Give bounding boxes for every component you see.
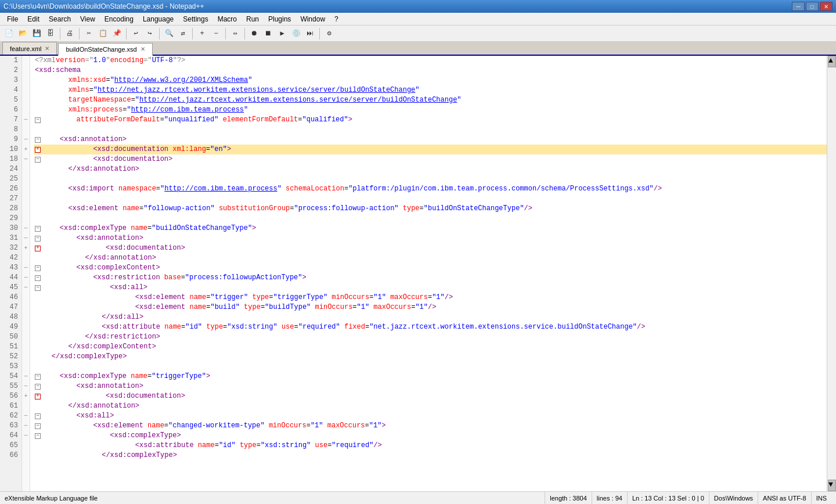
fold-box-31[interactable]: − — [35, 236, 41, 242]
fold-62[interactable]: ─ — [22, 411, 30, 421]
fold-31[interactable]: ─ — [22, 233, 30, 243]
tab-build-close[interactable]: ✕ — [140, 46, 145, 52]
fold-56[interactable]: + — [22, 391, 30, 401]
tb-cut[interactable]: ✂ — [82, 27, 95, 40]
fold-9[interactable]: ─ — [22, 135, 30, 145]
fold-box-45[interactable]: − — [35, 285, 41, 291]
tb-macro-stop[interactable]: ⏹ — [262, 27, 275, 40]
menu-view[interactable]: View — [75, 14, 100, 24]
ln-29: 29 — [0, 214, 21, 224]
ln-42: 42 — [0, 253, 21, 263]
fold-box-44[interactable]: − — [35, 275, 41, 281]
ln-46: 46 — [0, 293, 21, 303]
menu-language[interactable]: Language — [138, 14, 178, 24]
menu-file[interactable]: File — [2, 14, 23, 24]
fold-box-43[interactable]: − — [35, 265, 41, 271]
tb-macro-save[interactable]: 💿 — [290, 27, 302, 40]
menu-encoding[interactable]: Encoding — [100, 14, 138, 24]
menu-bar: File Edit Search View Encoding Language … — [0, 13, 836, 26]
line-numbers: 1 2 3 4 5 6 7 8 9 10 18 24 25 26 27 28 2… — [0, 56, 22, 491]
tb-new[interactable]: 📄 — [2, 27, 15, 40]
code-line-46: <xsd:element name="trigger" type="trigge… — [34, 293, 827, 303]
toolbar-sep-3 — [126, 28, 127, 39]
status-position: Ln : 13 Col : 13 Sel : 0 | 0 — [628, 492, 709, 504]
code-line-25 — [34, 174, 827, 184]
fold-box-56[interactable]: + — [35, 394, 41, 399]
tab-feature-close[interactable]: ✕ — [45, 45, 49, 52]
tb-settings[interactable]: ⚙ — [323, 27, 336, 40]
ln-48: 48 — [0, 312, 21, 322]
tb-print[interactable]: 🖨 — [63, 27, 76, 40]
code-line-47: <xsd:element name="build" type="buildTyp… — [34, 303, 827, 312]
fold-30[interactable]: ─ — [22, 224, 30, 233]
vertical-scrollbar[interactable]: ▲ ▼ — [827, 56, 836, 491]
fold-box-18[interactable]: − — [35, 157, 41, 163]
fold-1 — [22, 56, 30, 66]
fold-box-54[interactable]: − — [35, 374, 41, 380]
tab-build[interactable]: buildOnStateChange.xsd ✕ — [58, 43, 152, 56]
menu-run[interactable]: Run — [242, 14, 264, 24]
maximize-button[interactable]: □ — [806, 2, 819, 11]
menu-macro[interactable]: Macro — [213, 14, 242, 24]
fold-7[interactable]: ─ — [22, 115, 30, 125]
status-mode: INS — [812, 492, 831, 504]
tb-find[interactable]: 🔍 — [163, 27, 175, 40]
menu-plugins[interactable]: Plugins — [264, 14, 296, 24]
code-line-50: </xsd:restriction> — [34, 332, 827, 342]
fold-32[interactable]: + — [22, 243, 30, 253]
tb-copy[interactable]: 📋 — [96, 27, 109, 40]
fold-box-32[interactable]: + — [35, 246, 41, 251]
code-line-10: + <xsd:documentation xml:lang="en"> — [34, 145, 827, 154]
fold-box-64[interactable]: − — [35, 433, 41, 439]
code-area[interactable]: <?xml version="1.0" encoding="UTF-8"?> <… — [30, 56, 827, 491]
tb-replace[interactable]: ⇄ — [176, 27, 189, 40]
menu-settings[interactable]: Settings — [178, 14, 212, 24]
fold-box-7[interactable]: − — [35, 117, 41, 123]
tb-macro-record[interactable]: ⏺ — [248, 27, 261, 40]
fold-4 — [22, 85, 30, 95]
fold-box-30[interactable]: − — [35, 226, 41, 232]
fold-54[interactable]: ─ — [22, 372, 30, 381]
tb-zoomin[interactable]: + — [196, 27, 208, 40]
menu-search[interactable]: Search — [44, 14, 75, 24]
fold-box-9[interactable]: − — [35, 137, 41, 143]
tb-macro-play[interactable]: ▶ — [276, 27, 289, 40]
fold-box-10[interactable]: + — [35, 147, 41, 153]
status-lines: lines : 94 — [592, 492, 628, 504]
fold-45[interactable]: ─ — [22, 283, 30, 293]
tb-undo[interactable]: ↩ — [129, 27, 142, 40]
tb-open[interactable]: 📂 — [16, 27, 29, 40]
fold-10[interactable]: + — [22, 145, 30, 154]
toolbar-sep-5 — [192, 28, 193, 39]
scrollbar-thumb-up[interactable]: ▲ — [828, 56, 836, 67]
fold-64[interactable]: ─ — [22, 431, 30, 441]
minimize-button[interactable]: ─ — [792, 2, 805, 11]
ln-24: 24 — [0, 164, 21, 174]
menu-help[interactable]: ? — [330, 14, 343, 24]
tb-save[interactable]: 💾 — [30, 27, 43, 40]
fold-55[interactable]: ─ — [22, 381, 30, 391]
scrollbar-thumb-down[interactable]: ▼ — [828, 480, 836, 491]
tb-paste[interactable]: 📌 — [110, 27, 123, 40]
tab-feature[interactable]: feature.xml ✕ — [2, 42, 57, 55]
tb-sync-scroll[interactable]: ⇔ — [229, 27, 242, 40]
fold-18[interactable]: ─ — [22, 154, 30, 164]
code-line-28: <xsd:element name="followup-action" subs… — [34, 204, 827, 214]
close-button[interactable]: ✕ — [820, 2, 833, 11]
menu-window[interactable]: Window — [296, 14, 330, 24]
fold-50 — [22, 332, 30, 342]
menu-edit[interactable]: Edit — [23, 14, 44, 24]
ln-7: 7 — [0, 115, 21, 125]
tb-macro-run[interactable]: ⏭ — [304, 27, 316, 40]
fold-box-62[interactable]: − — [35, 413, 41, 419]
fold-box-63[interactable]: − — [35, 423, 41, 429]
tb-saveall[interactable]: 🗄 — [44, 27, 57, 40]
fold-63[interactable]: ─ — [22, 421, 30, 431]
code-line-2: <xsd:schema — [34, 66, 827, 75]
fold-43[interactable]: ─ — [22, 263, 30, 273]
tb-zoomout[interactable]: − — [210, 27, 222, 40]
fold-box-55[interactable]: − — [35, 384, 41, 390]
ln-32: 32 — [0, 243, 21, 253]
fold-44[interactable]: ─ — [22, 273, 30, 283]
tb-redo[interactable]: ↪ — [143, 27, 156, 40]
